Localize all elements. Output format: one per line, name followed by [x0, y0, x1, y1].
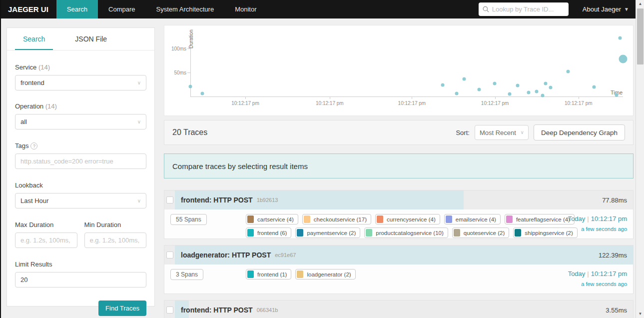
- find-traces-button[interactable]: Find Traces: [98, 300, 146, 316]
- x-tick-mark: [579, 96, 579, 99]
- trace-scatter-point[interactable]: [618, 36, 622, 40]
- service-tag: frontend (1): [246, 269, 291, 280]
- service-tag-label: paymentservice (2): [303, 230, 360, 236]
- trace-scatter-point[interactable]: [201, 92, 204, 96]
- trace-lookup-box[interactable]: [479, 2, 569, 16]
- service-tag: quoteservice (2): [452, 228, 509, 238]
- service-color-chip: [506, 216, 513, 223]
- trace-checkbox[interactable]: [166, 252, 173, 258]
- trace-scatter-point[interactable]: [615, 94, 619, 97]
- x-tick-label: 10:12:17 pm: [481, 100, 509, 106]
- scroll-down-arrow[interactable]: ▼: [636, 310, 644, 318]
- trace-scatter-point[interactable]: [535, 90, 538, 94]
- window-edge: [0, 0, 1, 318]
- x-tick-label: 10:12:17 pm: [316, 100, 344, 106]
- tab-search[interactable]: Search: [15, 28, 53, 50]
- x-tick-mark: [412, 96, 412, 99]
- service-tag-label: quoteservice (2): [460, 230, 509, 236]
- trace-time[interactable]: 10:12:17 pm: [591, 215, 627, 222]
- scroll-up-arrow[interactable]: ▲: [636, 0, 644, 8]
- trace-scatter-point[interactable]: [508, 92, 512, 96]
- service-color-chip: [446, 216, 452, 223]
- jaeger-ui-app: JAEGER UI SearchCompareSystem Architectu…: [0, 0, 644, 318]
- sort-select[interactable]: Most Recent ∨: [475, 125, 529, 140]
- trace-scatter-point[interactable]: [544, 82, 547, 86]
- service-color-chip: [366, 229, 372, 236]
- span-count-pill: 3 Spans: [170, 269, 203, 280]
- nav-item-compare[interactable]: Compare: [98, 0, 145, 18]
- trace-lookup-input[interactable]: [492, 6, 565, 13]
- chevron-down-icon: ∨: [137, 80, 141, 86]
- search-form: Service (14) frontend ∨ Operation (14) a…: [7, 50, 154, 316]
- trace-scatter-point[interactable]: [455, 92, 459, 96]
- trace-checkbox[interactable]: [166, 196, 173, 204]
- lookback-select[interactable]: Last Hour ∨: [15, 193, 146, 208]
- help-icon[interactable]: ?: [30, 142, 37, 150]
- x-tick-label: 10:12:17 pm: [398, 100, 426, 106]
- operation-value: all: [20, 118, 27, 126]
- min-duration-label: Min Duration: [84, 221, 147, 228]
- nav-right-group: About Jaeger ▼: [479, 0, 629, 18]
- trace-scatter-point[interactable]: [619, 55, 628, 64]
- service-tag: featureflagservice (4): [505, 214, 575, 224]
- trace-row-header: loadgenerator: HTTP POST ec91e67 122.39m…: [164, 246, 633, 264]
- service-select[interactable]: frontend ∨: [15, 75, 146, 90]
- trace-scatter-point[interactable]: [189, 84, 192, 88]
- nav-item-search[interactable]: Search: [56, 0, 98, 18]
- x-tick-mark: [245, 96, 246, 99]
- trace-id: ec91e67: [275, 252, 296, 258]
- about-jaeger-menu[interactable]: About Jaeger ▼: [583, 6, 629, 13]
- trace-date[interactable]: Today: [568, 215, 586, 222]
- nav-item-monitor[interactable]: Monitor: [224, 0, 267, 18]
- trace-scatter-point[interactable]: [441, 83, 444, 86]
- trace-result-row[interactable]: loadgenerator: HTTP POST ec91e67 122.39m…: [164, 245, 634, 294]
- service-color-chip: [515, 229, 521, 236]
- trace-checkbox-cell: [164, 300, 175, 318]
- trace-scatter-point[interactable]: [477, 88, 481, 91]
- trace-scatter-point[interactable]: [549, 86, 552, 89]
- service-tag: frontend (6): [246, 228, 291, 238]
- span-count-pill: 55 Spans: [170, 214, 207, 225]
- trace-relative-time: a few seconds ago: [568, 281, 627, 287]
- x-tick-mark: [330, 96, 330, 99]
- operation-select[interactable]: all ∨: [15, 114, 146, 130]
- trace-result-row[interactable]: frontend: HTTP POST 066341b 3.55ms: [164, 300, 634, 318]
- tags-input[interactable]: [15, 154, 146, 169]
- trace-time[interactable]: 10:12:17 pm: [591, 270, 627, 278]
- deep-dependency-graph-button[interactable]: Deep Dependency Graph: [534, 124, 625, 140]
- service-color-chip: [454, 229, 460, 236]
- trace-timestamp: Today|10:12:17 pm a few seconds ago: [568, 269, 627, 287]
- service-value: frontend: [20, 79, 44, 86]
- trace-scatter-point[interactable]: [592, 85, 596, 88]
- vertical-scrollbar[interactable]: ▲ ▼: [636, 0, 644, 318]
- scrollbar-thumb[interactable]: [637, 8, 644, 64]
- tab-json-file[interactable]: JSON File: [67, 28, 115, 50]
- trace-scatter-point[interactable]: [541, 94, 544, 98]
- service-color-chip: [304, 216, 310, 223]
- main-content: Duration Time 100ms50ms10:12:17 pm10:12:…: [164, 25, 634, 318]
- trace-duration: 122.39ms: [599, 252, 627, 259]
- service-color-chip: [247, 270, 254, 278]
- service-tag: checkoutservice (17): [302, 214, 371, 224]
- trace-scatter-point[interactable]: [516, 84, 519, 87]
- service-tag: emailservice (4): [444, 214, 501, 224]
- trace-result-row[interactable]: frontend: HTTP POST 1b92613 77.88ms 55 S…: [164, 190, 634, 239]
- sort-value: Most Recent: [480, 129, 516, 136]
- max-duration-input[interactable]: [15, 232, 77, 248]
- trace-row-body: 3 Spans frontend (1)loadgenerator (2) To…: [164, 264, 633, 294]
- limit-results-input[interactable]: [15, 272, 146, 288]
- top-navbar: JAEGER UI SearchCompareSystem Architectu…: [0, 0, 644, 18]
- min-duration-input[interactable]: [84, 232, 147, 248]
- trace-scatter-point[interactable]: [527, 91, 531, 94]
- y-tick-label: 50ms: [164, 70, 186, 76]
- sidebar-tabs: Search JSON File: [7, 28, 154, 50]
- y-tick-label: 100ms: [164, 46, 186, 52]
- trace-checkbox[interactable]: [166, 306, 173, 314]
- trace-scatter-point[interactable]: [463, 78, 466, 81]
- nav-item-system-architecture[interactable]: System Architecture: [146, 0, 225, 18]
- tags-label: Tags?: [15, 142, 146, 150]
- trace-scatter-point[interactable]: [567, 70, 570, 74]
- about-jaeger-label: About Jaeger: [583, 6, 621, 13]
- trace-date[interactable]: Today: [568, 270, 586, 278]
- trace-scatter-point[interactable]: [493, 82, 496, 86]
